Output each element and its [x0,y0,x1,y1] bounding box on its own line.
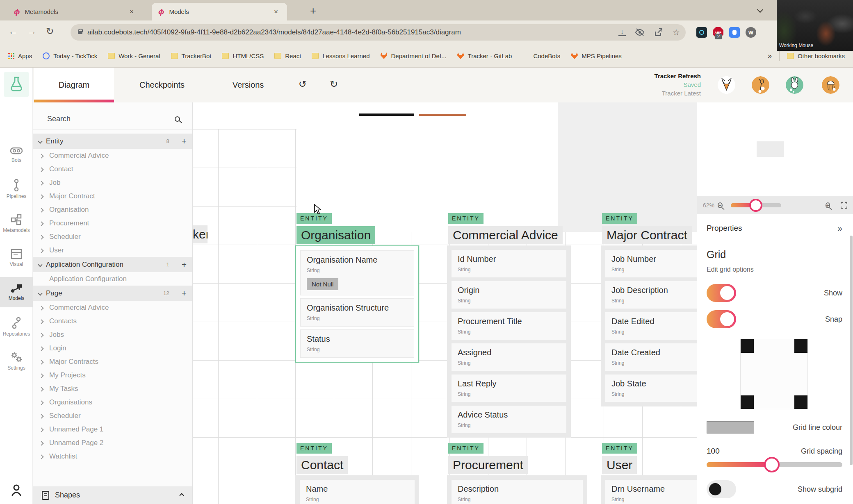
entity-contact[interactable]: ENTITY Contact Name String [295,443,419,504]
tree-item[interactable]: Scheduler [33,230,192,243]
canvas-gray-shape[interactable] [558,102,697,232]
attribute-card[interactable]: Name String [299,479,415,504]
tab-close-icon[interactable]: × [127,7,136,17]
add-entity-button[interactable]: + [182,136,187,146]
add-config-button[interactable]: + [182,260,187,270]
entity-organisation[interactable]: ENTITY Organisation Organisation Name St… [295,213,419,363]
attribute-card[interactable]: Date Edited String [605,312,697,340]
codebots-flask-logo[interactable] [4,72,29,97]
attribute-card[interactable]: Job Number String [605,250,697,278]
zoom-out-icon[interactable]: − [718,202,723,208]
bookmark-item[interactable]: HTML/CSS [222,52,264,59]
other-bookmarks[interactable]: Other bookmarks [787,52,845,59]
chevron-right-icon[interactable] [39,306,43,310]
bookmark-item[interactable]: CodeBots [522,52,560,59]
black-bar-shape[interactable] [359,114,414,116]
bookmark-item[interactable]: Work - General [108,52,160,59]
bookmark-item[interactable]: TrackerBot [171,52,212,59]
attribute-card[interactable]: Advice Status String [451,405,567,434]
tree-group-entity[interactable]: Entity 8 + [33,134,192,149]
chevron-right-icon[interactable] [39,167,43,172]
bookmark-item[interactable]: Apps [8,52,32,59]
add-page-button[interactable]: + [182,288,187,298]
tree-item[interactable]: Organisation [33,203,192,216]
share-icon[interactable] [654,27,664,37]
tree-item[interactable]: Watchlist [33,450,192,463]
entity-title[interactable]: Major Contract [602,226,692,244]
attribute-card[interactable]: Drn Username String [605,479,697,504]
grid-line-colour-swatch[interactable] [707,421,754,434]
browser-tab-metamodels[interactable]: ϕ Metamodels × [7,3,143,20]
avatar-fox[interactable] [718,76,735,94]
grid-spacing-slider-thumb[interactable] [764,457,780,472]
bookmark-item[interactable]: Department of Def... [381,52,447,59]
url-text[interactable]: ailab.codebots.tech/405f4092-9fa9-4f11-9… [87,28,461,36]
chevron-right-icon[interactable] [39,208,43,212]
bookmark-star-icon[interactable]: ☆ [673,28,680,36]
canvas-white-shape[interactable] [296,102,558,232]
sidebar-item-bots[interactable]: Bots [0,139,33,170]
sidebar-item-metamodels[interactable]: Metamodels [0,208,33,238]
attribute-card[interactable]: Id Number String [451,250,567,278]
chevron-down-icon[interactable] [38,291,42,295]
chevron-right-icon[interactable] [39,154,43,158]
tab-versions[interactable]: Versions [224,68,273,102]
entity-title[interactable]: Commercial Advice [448,226,563,244]
chevron-right-icon[interactable] [39,333,43,337]
reload-button[interactable]: ↻ [46,26,54,37]
attribute-card[interactable]: Origin String [451,281,567,309]
entity-title[interactable]: Organisation [296,226,375,244]
tree-item[interactable]: Organisations [33,395,192,409]
entity-title[interactable]: Procurement [448,456,528,474]
chevron-right-icon[interactable] [39,360,43,364]
tree-item[interactable]: Contact [33,162,192,176]
zoom-slider-thumb[interactable] [749,199,762,212]
diagram-canvas[interactable]: ker ENTITY Organisation Organisation Nam… [193,102,697,504]
eye-off-icon[interactable] [635,27,645,37]
grid-spacing-slider[interactable] [707,462,842,467]
tree-item[interactable]: Scheduler [33,409,192,422]
tree-item[interactable]: Application Configuration [33,272,192,286]
user-profile-icon[interactable] [11,484,21,498]
tree-item[interactable]: Commercial Advice [33,301,192,314]
redo-button[interactable]: ↻ [330,78,338,90]
attribute-card[interactable]: Assigned String [451,343,567,371]
back-button[interactable]: ← [8,26,18,37]
tree-group-page[interactable]: Page 12 + [33,286,192,301]
entity-procurement[interactable]: ENTITY Procurement Description String [447,443,587,504]
webcam-overlay[interactable]: Working Mouse [777,0,853,51]
attribute-card[interactable]: Last Reply String [451,374,567,402]
attribute-card[interactable]: Status String [300,329,414,358]
clipped-entity-title[interactable]: ker [193,225,208,243]
tree-item[interactable]: Major Contracts [33,355,192,368]
search-row[interactable]: Search [33,102,192,129]
chevron-right-icon[interactable] [39,400,43,405]
tree-item[interactable]: Unnamed Page 1 [33,422,192,436]
panel-scrollbar[interactable] [850,236,853,465]
chevron-right-icon[interactable] [39,221,43,226]
sidebar-item-settings[interactable]: Settings [0,346,33,376]
chevron-right-icon[interactable] [39,373,43,378]
wave-extension-icon[interactable]: W [746,27,756,38]
chevron-right-icon[interactable] [39,346,43,351]
chevron-right-icon[interactable] [39,319,43,324]
bookmarks-overflow-chevron[interactable]: » [768,52,772,60]
entity-title[interactable]: Contact [296,456,348,474]
entity-user[interactable]: ENTITY User Drn Username String [601,443,697,504]
search-input[interactable]: Search [47,115,175,123]
bookmark-item[interactable]: Tracker · GitLab [457,52,512,59]
attribute-card[interactable]: Description String [451,479,583,504]
chevron-right-icon[interactable] [39,427,43,432]
chevron-down-icon[interactable] [38,262,42,267]
forward-button[interactable]: → [27,26,36,37]
tree-item[interactable]: Major Contract [33,189,192,203]
tab-menu-chevron-icon[interactable] [757,7,764,13]
tree-item[interactable]: Procurement [33,216,192,230]
chevron-up-icon[interactable] [179,493,184,497]
avatar-jellyfish[interactable] [822,76,839,94]
orange-bar-shape[interactable] [419,114,466,116]
download-icon[interactable]: ↓ [618,29,626,36]
entity-commercial-advice[interactable]: ENTITY Commercial Advice Id Number Strin… [447,213,571,438]
chevron-right-icon[interactable] [39,194,43,199]
tree-item[interactable]: My Tasks [33,382,192,395]
